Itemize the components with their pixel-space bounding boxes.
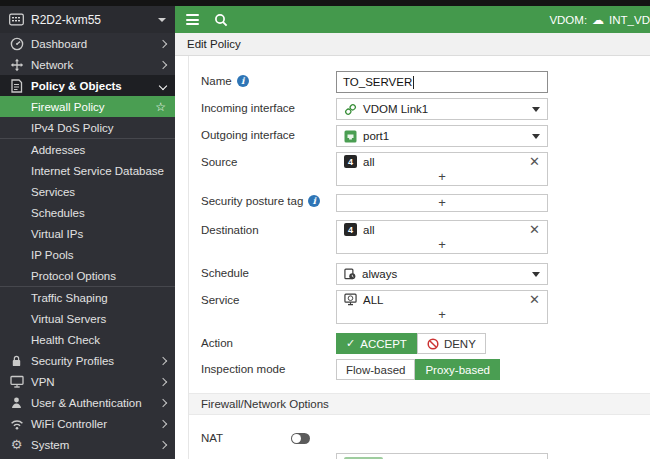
sidebar-item-dashboard[interactable]: Dashboard xyxy=(0,33,175,54)
sidebar-item-user-authentication[interactable]: User & Authentication xyxy=(0,392,175,413)
schedule-always-icon xyxy=(344,268,356,280)
field-incoming-interface: Incoming interface xyxy=(201,98,650,120)
search-icon[interactable] xyxy=(214,13,228,27)
lock-icon xyxy=(9,354,24,368)
menu-toggle-icon[interactable] xyxy=(186,14,199,25)
sidebar-item-schedules[interactable]: Schedules xyxy=(0,202,175,223)
sidebar-item-label: Security Profiles xyxy=(31,355,114,367)
sidebar-item-protocol-options[interactable]: Protocol Options xyxy=(0,265,175,286)
outgoing-interface-label: Outgoing interface xyxy=(201,129,295,141)
dashboard-icon xyxy=(9,37,24,51)
appliance-icon xyxy=(9,13,24,26)
info-icon: i xyxy=(308,195,320,207)
security-posture-tag-label: Security posture tag xyxy=(201,195,303,207)
accept-button[interactable]: ✓ ACCEPT xyxy=(336,333,417,354)
flow-based-button[interactable]: Flow-based xyxy=(336,359,415,380)
sidebar-item-network[interactable]: Network xyxy=(0,54,175,75)
field-action: Action ✓ ACCEPT xyxy=(201,333,650,354)
sidebar-item-label: Network xyxy=(31,59,73,71)
sidebar-item-label: Schedules xyxy=(31,207,85,219)
sidebar-item-label: Virtual IPs xyxy=(31,228,83,240)
sidebar-item-label: Services xyxy=(31,186,75,198)
schedule-label: Schedule xyxy=(201,267,249,279)
sidebar-item-label: System xyxy=(31,439,69,451)
vdom-link-icon xyxy=(344,103,357,116)
destination-entry[interactable]: 4 all ✕ xyxy=(337,221,547,238)
source-entry[interactable]: 4 all ✕ xyxy=(337,153,547,170)
destination-add-button[interactable]: + xyxy=(337,238,547,253)
dropdown-caret-icon xyxy=(532,134,540,139)
sidebar-item-label: Policy & Objects xyxy=(31,80,122,92)
chevron-right-icon xyxy=(159,419,167,427)
remove-icon[interactable]: ✕ xyxy=(529,155,540,168)
chevron-down-icon xyxy=(158,18,166,22)
check-icon: ✓ xyxy=(346,338,355,349)
favorite-star-icon[interactable]: ☆ xyxy=(155,100,166,114)
sidebar-item-health-check[interactable]: Health Check xyxy=(0,329,175,350)
remove-icon[interactable]: ✕ xyxy=(529,293,540,306)
field-protocol-options: Protocol options PROT default xyxy=(201,453,650,459)
service-add-button[interactable]: + xyxy=(337,308,547,323)
sidebar-item-services[interactable]: Services xyxy=(0,181,175,202)
wifi-icon xyxy=(9,418,24,430)
nat-toggle[interactable] xyxy=(291,433,310,444)
device-name: R2D2-kvm55 xyxy=(31,13,101,27)
deny-button[interactable]: DENY xyxy=(417,333,486,354)
name-label: Name xyxy=(201,75,232,87)
service-all-icon xyxy=(344,293,357,306)
field-destination: Destination 4 all ✕ + xyxy=(201,220,650,254)
section-firewall-network-options: Firewall/Network Options xyxy=(189,393,650,415)
field-source: Source 4 all ✕ + xyxy=(201,152,650,186)
sidebar-item-label: Health Check xyxy=(31,334,100,346)
sidebar: R2D2-kvm55 DashboardNetworkPolicy & Obje… xyxy=(0,6,175,459)
sidebar-item-wifi-controller[interactable]: WiFi Controller xyxy=(0,413,175,434)
chevron-right-icon xyxy=(159,39,167,47)
outgoing-interface-select[interactable]: port1 xyxy=(336,125,548,147)
nat-label: NAT xyxy=(201,432,223,444)
sidebar-item-internet-service-database[interactable]: Internet Service Database xyxy=(0,160,175,181)
sidebar-item-label: VPN xyxy=(31,376,55,388)
vdom-selector[interactable]: VDOM: ☁ INT_VD xyxy=(549,14,650,26)
vpn-monitor-icon xyxy=(9,375,24,388)
gear-icon: ⚙ xyxy=(9,438,24,451)
security-posture-tag-box: + xyxy=(336,194,548,212)
user-icon xyxy=(9,396,24,409)
name-input[interactable]: TO_SERVER xyxy=(336,71,548,93)
proxy-based-button[interactable]: Proxy-based xyxy=(415,359,500,380)
sidebar-item-traffic-shaping[interactable]: Traffic Shaping xyxy=(0,287,175,308)
service-box: ALL ✕ + xyxy=(336,290,548,324)
security-posture-tag-add-button[interactable]: + xyxy=(337,195,547,211)
vdom-label: VDOM: xyxy=(549,14,587,26)
sidebar-item-virtual-servers[interactable]: Virtual Servers xyxy=(0,308,175,329)
sidebar-item-label: WiFi Controller xyxy=(31,418,107,430)
sidebar-item-ip-pools[interactable]: IP Pools xyxy=(0,244,175,265)
sidebar-item-policy-objects[interactable]: Policy & Objects xyxy=(0,75,175,96)
source-add-button[interactable]: + xyxy=(337,170,547,185)
device-selector[interactable]: R2D2-kvm55 xyxy=(0,6,175,33)
service-entry[interactable]: ALL ✕ xyxy=(337,291,547,308)
sidebar-item-security-profiles[interactable]: Security Profiles xyxy=(0,350,175,371)
field-security-posture-tag: Security posture tag i + xyxy=(201,194,650,212)
sidebar-item-firewall-policy[interactable]: Firewall Policy☆ xyxy=(0,96,175,117)
schedule-select[interactable]: always xyxy=(336,263,548,285)
incoming-interface-select[interactable]: VDOM Link1 xyxy=(336,98,548,120)
sidebar-item-virtual-ips[interactable]: Virtual IPs xyxy=(0,223,175,244)
chevron-down-icon xyxy=(159,81,167,89)
sidebar-item-system[interactable]: ⚙System xyxy=(0,434,175,455)
source-box: 4 all ✕ + xyxy=(336,152,548,186)
sidebar-item-addresses[interactable]: Addresses xyxy=(0,139,175,160)
sidebar-item-label: Protocol Options xyxy=(31,270,116,282)
breadcrumb: Edit Policy xyxy=(175,33,650,56)
field-nat: NAT xyxy=(201,428,650,444)
field-name: Name i TO_SERVER xyxy=(201,71,650,93)
protocol-options-select[interactable]: PROT default xyxy=(336,453,548,459)
sidebar-item-label: Internet Service Database xyxy=(31,165,164,177)
field-schedule: Schedule xyxy=(201,263,650,285)
deny-icon xyxy=(427,338,439,350)
sidebar-item-vpn[interactable]: VPN xyxy=(0,371,175,392)
service-label: Service xyxy=(201,294,239,306)
sidebar-item-ipv4-dos-policy[interactable]: IPv4 DoS Policy xyxy=(0,117,175,138)
action-label: Action xyxy=(201,337,233,349)
remove-icon[interactable]: ✕ xyxy=(529,223,540,236)
cloud-icon: ☁ xyxy=(592,14,604,26)
